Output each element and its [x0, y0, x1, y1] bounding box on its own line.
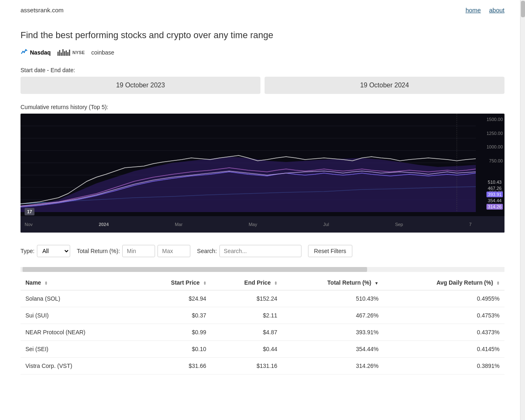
- nasdaq-logo: Nasdaq: [21, 48, 51, 57]
- cell-avg-daily-2: 0.4373%: [383, 324, 504, 341]
- x-label-mar: Mar: [175, 222, 183, 227]
- col-end-price[interactable]: End Price ⇕: [211, 275, 282, 290]
- col-total-return-sort-icon: ▼: [374, 281, 379, 285]
- y-label-1000: 1000.00: [478, 144, 503, 149]
- exchange-logos: Nasdaq NYSE coinbase: [21, 48, 504, 57]
- col-start-price[interactable]: Start Price ⇕: [136, 275, 211, 290]
- cell-end-price-3: $0.44: [211, 341, 282, 358]
- legend-393: 393.91: [486, 192, 503, 197]
- cell-avg-daily-4: 0.3891%: [383, 358, 504, 374]
- chart-section: Cumulative returns history (Top 5):: [21, 104, 504, 233]
- cell-end-price-2: $4.87: [211, 324, 282, 341]
- date-section: Start date - End date: 19 October 2023 1…: [21, 67, 504, 94]
- cell-avg-daily-3: 0.4145%: [383, 341, 504, 358]
- legend-314: 314.26: [486, 204, 503, 210]
- reset-filters-button[interactable]: Reset Filters: [308, 245, 353, 257]
- about-link[interactable]: about: [489, 7, 504, 14]
- y-label-1500: 1500.00: [478, 117, 503, 122]
- cell-total-return-1: 467.26%: [282, 307, 383, 324]
- data-table: Name ⇕ Start Price ⇕ End Price ⇕ Total: [21, 275, 504, 374]
- return-label: Total Return (%):: [77, 248, 120, 254]
- cell-name-0: Solana (SOL): [21, 290, 136, 307]
- filters-section: Type: All Stocks Crypto Total Return (%)…: [21, 245, 504, 257]
- legend-354: 354.44: [486, 198, 503, 203]
- table-row: NEAR Protocol (NEAR) $0.99 $4.87 393.91%…: [21, 324, 504, 341]
- return-filter-group: Total Return (%):: [77, 245, 190, 257]
- nyse-bars-icon: [57, 49, 70, 56]
- hero-title: Find the best performing stocks and cryp…: [21, 30, 504, 41]
- date-inputs: 19 October 2023 19 October 2024: [21, 77, 504, 94]
- start-date-input[interactable]: 19 October 2023: [21, 77, 260, 94]
- col-avg-daily-sort-icon: ⇕: [496, 281, 500, 285]
- min-input[interactable]: [122, 245, 155, 257]
- x-label-jul: Jul: [323, 222, 329, 227]
- max-input[interactable]: [158, 245, 190, 257]
- nav-links: home about: [466, 7, 504, 14]
- y-label-750: 750.00: [478, 158, 503, 163]
- search-input[interactable]: [219, 245, 301, 257]
- nyse-logo: NYSE: [57, 49, 85, 56]
- col-name-sort-icon: ⇕: [44, 281, 48, 285]
- col-total-return-label: Total Return (%): [327, 279, 371, 286]
- cell-name-4: Vistra Corp. (VST): [21, 358, 136, 374]
- col-end-price-sort-icon: ⇕: [274, 281, 277, 285]
- col-avg-daily[interactable]: Avg Daily Return (%) ⇕: [383, 275, 504, 290]
- cell-name-2: NEAR Protocol (NEAR): [21, 324, 136, 341]
- date-range-label: Start date - End date:: [21, 67, 504, 73]
- nasdaq-icon: [21, 48, 28, 57]
- header: assetsrank.com home about: [21, 0, 504, 18]
- cell-end-price-4: $131.16: [211, 358, 282, 374]
- nyse-label: NYSE: [73, 50, 85, 55]
- tradingview-logo: 17: [25, 208, 34, 215]
- cell-start-price-1: $0.37: [136, 307, 211, 324]
- chart-x-axis: Nov 2024 Mar May Jul Sep 7: [21, 216, 504, 233]
- col-name[interactable]: Name ⇕: [21, 275, 136, 290]
- table-scrollbar[interactable]: [21, 267, 504, 272]
- cell-name-3: Sei (SEI): [21, 341, 136, 358]
- svg-marker-7: [21, 157, 476, 212]
- col-start-price-label: Start Price: [171, 279, 200, 286]
- col-total-return[interactable]: Total Return (%) ▼: [282, 275, 383, 290]
- table-header: Name ⇕ Start Price ⇕ End Price ⇕ Total: [21, 275, 504, 290]
- x-axis-labels: Nov 2024 Mar May Jul Sep 7: [25, 222, 500, 227]
- type-filter-group: Type: All Stocks Crypto: [21, 245, 70, 257]
- chart-legend: 510.43 467.26 393.91 354.44 314.26: [486, 179, 503, 210]
- table-row: Solana (SOL) $24.94 $152.24 510.43% 0.49…: [21, 290, 504, 307]
- cell-start-price-2: $0.99: [136, 324, 211, 341]
- cell-avg-daily-1: 0.4753%: [383, 307, 504, 324]
- col-end-price-label: End Price: [244, 279, 271, 286]
- y-label-1250: 1250.00: [478, 131, 503, 136]
- cell-total-return-3: 354.44%: [282, 341, 383, 358]
- cell-name-1: Sui (SUI): [21, 307, 136, 324]
- table-scrollbar-thumb: [23, 267, 367, 272]
- x-label-sep: Sep: [395, 222, 403, 227]
- search-filter-group: Search:: [197, 245, 301, 257]
- coinbase-label: coinbase: [91, 49, 114, 56]
- table-row: Sui (SUI) $0.37 $2.11 467.26% 0.4753%: [21, 307, 504, 324]
- col-name-label: Name: [25, 279, 41, 286]
- home-link[interactable]: home: [466, 7, 481, 14]
- cell-total-return-0: 510.43%: [282, 290, 383, 307]
- type-select[interactable]: All Stocks Crypto: [37, 245, 70, 257]
- cell-end-price-0: $152.24: [211, 290, 282, 307]
- col-avg-daily-label: Avg Daily Return (%): [436, 279, 493, 286]
- table-section: Name ⇕ Start Price ⇕ End Price ⇕ Total: [21, 267, 504, 374]
- table-row: Sei (SEI) $0.10 $0.44 354.44% 0.4145%: [21, 341, 504, 358]
- cell-start-price-4: $31.66: [136, 358, 211, 374]
- nasdaq-label: Nasdaq: [30, 49, 51, 56]
- x-label-2024: 2024: [99, 222, 109, 227]
- cell-start-price-0: $24.94: [136, 290, 211, 307]
- x-label-nov: Nov: [25, 222, 33, 227]
- cell-avg-daily-0: 0.4955%: [383, 290, 504, 307]
- legend-467: 467.26: [486, 185, 503, 191]
- cell-total-return-4: 314.26%: [282, 358, 383, 374]
- search-label: Search:: [197, 248, 217, 254]
- type-label: Type:: [21, 248, 34, 254]
- hero-section: Find the best performing stocks and cryp…: [21, 18, 504, 383]
- chart-svg: [21, 114, 476, 212]
- chart-container: 1500.00 1250.00 1000.00 750.00 −250.00 −…: [21, 114, 504, 233]
- table-body: Solana (SOL) $24.94 $152.24 510.43% 0.49…: [21, 290, 504, 374]
- coinbase-logo: coinbase: [91, 49, 114, 56]
- end-date-input[interactable]: 19 October 2024: [265, 77, 504, 94]
- site-logo: assetsrank.com: [21, 7, 64, 14]
